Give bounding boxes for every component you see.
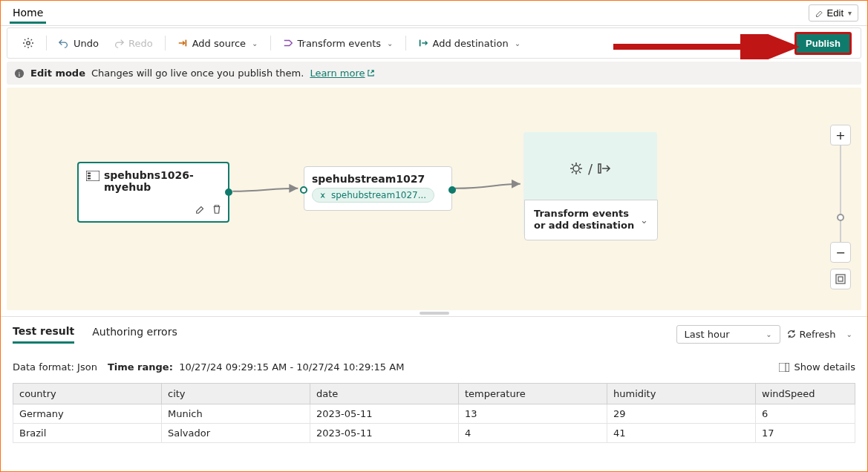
fit-icon (835, 274, 846, 284)
svg-point-0 (27, 42, 30, 45)
port-out[interactable] (448, 186, 456, 194)
show-details-label: Show details (794, 361, 855, 373)
edit-button-label: Edit (827, 7, 843, 19)
svg-rect-6 (88, 173, 91, 174)
cell: 6 (756, 404, 855, 424)
cell: Brazil (13, 424, 162, 443)
svg-rect-14 (786, 363, 789, 372)
cell: 2023-05-11 (310, 404, 459, 424)
col-city[interactable]: city (162, 384, 310, 404)
eventhub-icon (86, 171, 99, 183)
svg-rect-2 (419, 40, 420, 47)
tab-authoring-errors[interactable]: Authoring errors (92, 326, 177, 342)
pencil-icon (815, 9, 824, 18)
stream-badge: spehubstream1027... (312, 188, 434, 203)
settings-button[interactable] (16, 34, 40, 52)
table-row[interactable]: Germany Munich 2023-05-11 13 29 6 (13, 404, 855, 424)
time-range-value: Last hour (685, 329, 730, 340)
time-range-select[interactable]: Last hour ⌄ (676, 325, 780, 344)
redo-label: Redo (128, 38, 153, 49)
show-details-button[interactable]: Show details (779, 361, 855, 373)
results-table: country city date temperature humidity w… (13, 383, 855, 443)
undo-button[interactable]: Undo (53, 35, 105, 52)
add-dest-label: Add destination (433, 38, 509, 49)
details-icon (779, 363, 789, 372)
svg-rect-11 (836, 275, 845, 283)
timerange-value: 10/27/24 09:29:15 AM - 10/27/24 10:29:15… (179, 361, 404, 373)
cell: Salvador (162, 424, 310, 443)
divider (270, 36, 271, 50)
transform-events-button[interactable]: Transform events ⌄ (277, 35, 399, 52)
redo-button[interactable]: Redo (108, 35, 159, 52)
svg-rect-7 (88, 175, 91, 177)
target-action-box[interactable]: Transform events or add destination ⌄ (524, 200, 658, 240)
node-stream[interactable]: spehubstream1027 spehubstream1027... (304, 166, 452, 211)
refresh-label: Refresh (800, 329, 836, 340)
svg-rect-12 (838, 277, 843, 281)
panel-splitter[interactable] (1, 310, 867, 316)
banner-mode: Edit mode (30, 68, 85, 79)
tab-home[interactable]: Home (10, 2, 46, 24)
ribbon-tabbar: Home Edit ▾ (1, 1, 867, 26)
learn-more-link[interactable]: Learn more (310, 68, 374, 79)
transform-gear-icon (569, 161, 584, 176)
results-panel: Test result Authoring errors Last hour ⌄… (1, 316, 867, 471)
chevron-down-icon: ▾ (848, 9, 852, 17)
target-text: Transform events or add destination (534, 208, 637, 232)
chevron-down-icon: ⌄ (766, 330, 771, 338)
table-row[interactable]: Brazil Salvador 2023-05-11 4 41 17 (13, 424, 855, 443)
pipeline-canvas[interactable]: spehubns1026-myehub spehubstream1027 spe… (7, 88, 861, 310)
zoom-in-button[interactable]: + (830, 125, 851, 145)
col-wind[interactable]: windSpeed (756, 384, 855, 404)
cell: 13 (459, 404, 607, 424)
cell: 4 (459, 424, 607, 443)
cell: Munich (162, 404, 310, 424)
chevron-down-icon[interactable]: ⌄ (843, 330, 855, 338)
format-value: Json (77, 361, 97, 373)
divider (405, 36, 406, 50)
edit-button[interactable]: Edit ▾ (809, 4, 858, 22)
cell: 17 (756, 424, 855, 443)
stream-node-title: spehubstream1027 (312, 173, 444, 185)
col-date[interactable]: date (310, 384, 459, 404)
cell: 41 (607, 424, 756, 443)
target-icons: / (532, 139, 649, 198)
transform-icon (283, 38, 293, 48)
chevron-down-icon: ⌄ (252, 39, 258, 47)
zoom-handle[interactable] (837, 214, 844, 221)
transform-label: Transform events (298, 38, 382, 49)
gear-icon (22, 37, 34, 49)
info-icon: i (14, 68, 25, 79)
edit-mode-banner: i Edit mode Changes will go live once yo… (7, 62, 861, 85)
zoom-fit-button[interactable] (830, 269, 851, 289)
zoom-out-button[interactable]: − (830, 242, 851, 263)
zoom-slider[interactable] (840, 145, 841, 242)
svg-rect-8 (88, 178, 91, 180)
col-country[interactable]: country (13, 384, 162, 404)
external-link-icon (367, 69, 375, 77)
node-source[interactable]: spehubns1026-myehub (77, 162, 229, 223)
add-destination-button[interactable]: Add destination ⌄ (412, 35, 527, 52)
format-label: Data format: (13, 361, 74, 373)
add-dest-icon (418, 38, 428, 48)
delete-node-button[interactable] (212, 204, 222, 217)
stream-icon (320, 191, 328, 200)
chevron-down-icon: ⌄ (637, 214, 648, 226)
publish-button[interactable]: Publish (794, 32, 852, 55)
chevron-down-icon: ⌄ (387, 39, 393, 47)
tab-test-result[interactable]: Test result (13, 325, 74, 344)
node-target[interactable]: / Transform events or add destination ⌄ (523, 132, 657, 236)
add-source-button[interactable]: Add source ⌄ (172, 35, 264, 52)
source-node-title: spehubns1026-myehub (104, 169, 221, 193)
edit-node-button[interactable] (195, 204, 206, 217)
divider (165, 36, 166, 50)
port-in[interactable] (300, 186, 307, 194)
undo-label: Undo (74, 38, 99, 49)
refresh-button[interactable]: Refresh (786, 329, 836, 340)
col-humidity[interactable]: humidity (607, 384, 756, 404)
port-out[interactable] (225, 189, 232, 196)
stream-badge-label: spehubstream1027... (331, 190, 426, 200)
col-temp[interactable]: temperature (459, 384, 607, 404)
chevron-down-icon: ⌄ (515, 39, 521, 47)
svg-rect-10 (598, 164, 601, 173)
